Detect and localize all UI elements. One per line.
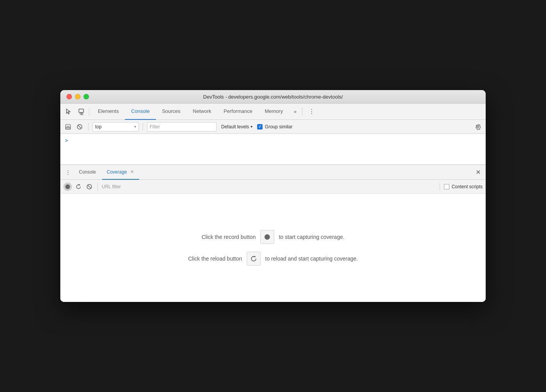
coverage-record-button[interactable] bbox=[63, 182, 72, 191]
svg-line-7 bbox=[78, 125, 82, 128]
levels-arrow: ▾ bbox=[251, 124, 253, 129]
devtools-menu-button[interactable]: ⋮ bbox=[306, 106, 317, 117]
title-bar: DevTools - developers.google.com/web/too… bbox=[60, 90, 486, 104]
inline-reload-button bbox=[247, 252, 261, 266]
coverage-sep bbox=[97, 183, 98, 191]
show-drawer-icon bbox=[65, 124, 71, 130]
drawer-tabs-bar: ⋮ Console Coverage ✕ ✕ bbox=[60, 165, 486, 180]
svg-line-11 bbox=[88, 185, 91, 188]
inspect-element-button[interactable] bbox=[63, 106, 74, 117]
reload-icon bbox=[75, 184, 82, 190]
tab-elements[interactable]: Elements bbox=[92, 104, 125, 120]
group-similar-checkbox[interactable] bbox=[257, 124, 263, 130]
coverage-sep-2 bbox=[440, 183, 440, 191]
device-toggle-button[interactable] bbox=[76, 106, 87, 117]
tab-network[interactable]: Network bbox=[187, 104, 218, 120]
record-instruction: Click the record button to start capturi… bbox=[201, 230, 345, 244]
more-tabs-button[interactable]: » bbox=[291, 104, 300, 120]
content-scripts-group: Content scripts bbox=[444, 184, 483, 189]
svg-point-8 bbox=[477, 126, 479, 128]
toolbar-divider-2 bbox=[302, 107, 302, 116]
block-icon bbox=[77, 124, 83, 130]
filter-input[interactable] bbox=[150, 124, 214, 130]
content-scripts-checkbox[interactable] bbox=[444, 184, 449, 189]
coverage-toolbar: Content scripts bbox=[60, 180, 486, 194]
filter-box[interactable] bbox=[147, 122, 217, 131]
group-similar-checkbox-group: Group similar bbox=[257, 124, 292, 130]
drawer-close-button[interactable]: ✕ bbox=[473, 168, 483, 177]
tab-memory[interactable]: Memory bbox=[259, 104, 289, 120]
context-arrow: ▾ bbox=[134, 124, 136, 129]
drawer-section: ⋮ Console Coverage ✕ ✕ bbox=[60, 165, 486, 302]
minimize-button[interactable] bbox=[75, 94, 80, 99]
svg-rect-1 bbox=[80, 113, 82, 114]
console-sep-1 bbox=[88, 123, 89, 131]
url-filter-input[interactable] bbox=[102, 184, 436, 189]
main-nav-tabs: Elements Console Sources Network Perform… bbox=[92, 104, 289, 120]
inline-record-dot-icon bbox=[264, 234, 270, 240]
reload-instruction: Click the reload button to reload and st… bbox=[188, 252, 358, 266]
maximize-button[interactable] bbox=[84, 94, 89, 99]
svg-rect-0 bbox=[79, 109, 84, 112]
record-dot-icon bbox=[65, 184, 70, 189]
inline-record-button bbox=[260, 230, 274, 244]
settings-button[interactable] bbox=[473, 122, 483, 131]
drawer-more-button[interactable]: ⋮ bbox=[63, 168, 73, 177]
device-icon bbox=[78, 108, 85, 115]
gear-icon bbox=[475, 124, 481, 130]
show-drawer-button[interactable] bbox=[63, 122, 73, 131]
default-levels-button[interactable]: Default levels ▾ bbox=[219, 123, 255, 130]
devtools-window: DevTools - developers.google.com/web/too… bbox=[60, 90, 486, 302]
console-prompt: > bbox=[65, 137, 68, 143]
clear-console-button[interactable] bbox=[75, 122, 84, 131]
window-title: DevTools - developers.google.com/web/too… bbox=[203, 94, 343, 100]
drawer-tab-coverage-close[interactable]: ✕ bbox=[129, 169, 135, 175]
console-sep-2 bbox=[143, 123, 143, 131]
tab-performance[interactable]: Performance bbox=[217, 104, 258, 120]
drawer-tab-coverage[interactable]: Coverage ✕ bbox=[102, 165, 139, 180]
drawer-tab-console[interactable]: Console bbox=[74, 165, 101, 180]
main-toolbar: Elements Console Sources Network Perform… bbox=[60, 104, 486, 120]
coverage-reload-button[interactable] bbox=[74, 182, 83, 191]
traffic-lights bbox=[67, 94, 89, 99]
devtools-body: Elements Console Sources Network Perform… bbox=[60, 104, 486, 302]
coverage-empty-state: Click the record button to start capturi… bbox=[60, 194, 486, 302]
coverage-clear-button[interactable] bbox=[85, 182, 94, 191]
close-button[interactable] bbox=[67, 94, 72, 99]
tab-console[interactable]: Console bbox=[125, 104, 156, 120]
console-output: > bbox=[60, 134, 486, 165]
svg-rect-2 bbox=[82, 113, 83, 115]
inline-reload-icon bbox=[250, 255, 257, 262]
toolbar-divider bbox=[89, 107, 89, 116]
cursor-icon bbox=[65, 108, 72, 115]
console-toolbar: top ▾ Default levels ▾ Group similar bbox=[60, 120, 486, 134]
tab-sources[interactable]: Sources bbox=[156, 104, 187, 120]
clear-icon bbox=[86, 184, 92, 190]
svg-rect-4 bbox=[66, 127, 70, 129]
context-selector[interactable]: top ▾ bbox=[92, 122, 139, 131]
